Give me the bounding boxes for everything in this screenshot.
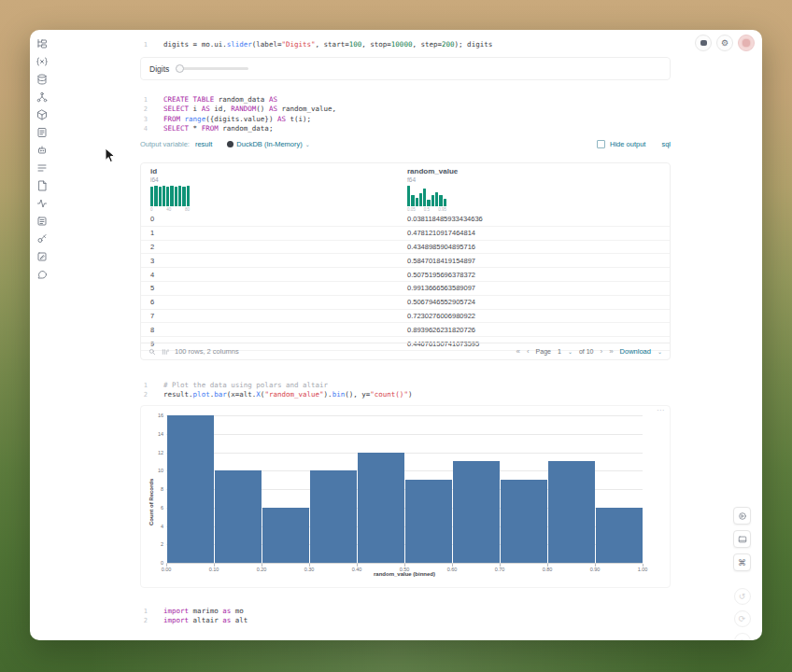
histogram-bar[interactable] [548,461,595,563]
code-line[interactable]: 1import marimo as mo [123,607,248,616]
histogram-bar[interactable] [405,480,452,563]
histogram-bar[interactable] [262,508,309,563]
table-row[interactable]: 00.038118485933434636 [141,213,670,227]
engine-label: DuckDB (In-Memory) [236,140,302,148]
hist-tick-label: 0.95 [438,207,446,212]
dependency-graph-icon[interactable] [35,91,50,103]
table-row[interactable]: 30.5847018419154897 [141,254,670,268]
imports-code-cell[interactable]: 1import marimo as mo2import altair as al… [123,607,248,626]
search-icon[interactable] [148,348,156,356]
packages-icon[interactable] [35,108,50,120]
slider-track[interactable] [176,67,248,70]
slider-thumb[interactable] [176,64,184,73]
sql-table-output: id i64 04080 random_value f64 0.050.50.9… [140,162,671,360]
cell-random-value: 0.5075195696378372 [407,271,670,279]
cell-id: 5 [141,284,407,292]
download-button[interactable]: Download [620,347,651,356]
datasources-icon[interactable] [35,73,50,85]
logs-icon[interactable] [35,161,50,174]
rerun-button[interactable]: ⟳ [734,610,751,627]
documentation-icon[interactable] [35,179,50,191]
first-page-button[interactable]: « [516,347,519,356]
column-header-id[interactable]: id i64 04080 [150,167,190,212]
table-row[interactable]: 70.7230276006980922 [141,310,670,324]
engine-select[interactable]: DuckDB (In-Memory) ⌄ [227,140,309,148]
histogram-bar[interactable] [596,508,643,563]
hist-bar [163,186,165,206]
chart-actions-menu[interactable]: ⋯ [657,406,664,414]
hist-bar [166,187,169,206]
gridline [166,453,643,454]
cell-language-badge[interactable]: sql [661,140,671,148]
ai-chat-icon[interactable] [35,144,50,156]
page-chevron-down-icon[interactable]: ⌄ [568,348,573,355]
hide-output-label[interactable]: Hide output [610,140,645,148]
histogram-bar[interactable] [358,453,404,564]
gridline [166,415,643,416]
hist-bar [154,186,157,206]
code-line[interactable]: 2import altair as alt [123,616,248,625]
table-row[interactable]: 80.8939626231820726 [141,323,670,337]
code-line[interactable]: 1digits = mo.ui.slider(label="Digits", s… [123,40,492,49]
page-select[interactable]: 1 [558,348,561,355]
snippets-icon[interactable] [35,250,50,262]
y-tick-label: 10 [145,468,163,473]
extra-action-button[interactable]: ○ [734,633,751,640]
settings-gear-button[interactable]: ⚙ [716,35,733,51]
app-view-toggle-button[interactable] [733,507,751,525]
histogram-bar[interactable] [215,470,262,563]
histogram-bar[interactable] [453,461,500,563]
circle-play-icon [738,511,747,521]
plot-code-cell[interactable]: 1# Plot the data using polars and altair… [123,381,412,400]
status-indicator-button[interactable] [738,35,755,51]
line-number: 2 [123,105,148,114]
download-chevron-down-icon[interactable]: ⌄ [658,348,662,355]
terminal-panel-button[interactable] [733,530,751,548]
cell-id: 2 [141,243,407,251]
file-explorer-icon[interactable] [35,37,50,49]
table-row[interactable]: 10.4781210917464814 [141,227,670,241]
helper-panel-rail [30,37,54,280]
code-line[interactable]: 1CREATE TABLE random_data AS [123,95,336,105]
keyboard-shortcuts-button[interactable]: ⌘ [733,553,751,571]
variables-icon[interactable] [35,55,50,67]
undo-button[interactable]: ↺ [734,588,751,605]
columns-icon[interactable] [162,348,169,356]
notebook-menu-button[interactable] [695,35,712,51]
table-row[interactable]: 60.5067946552905724 [141,296,670,310]
outline-icon[interactable] [35,215,50,227]
code-line[interactable]: 1# Plot the data using polars and altair [123,381,412,390]
digits-slider[interactable] [176,64,248,73]
code-line[interactable]: 2SELECT i AS id, RANDOM() AS random_valu… [123,105,336,114]
secrets-icon[interactable] [35,232,50,245]
cell-id: 1 [141,229,407,237]
table-row[interactable]: 50.9913666563589097 [141,282,670,296]
slider-code-cell[interactable]: 1digits = mo.ui.slider(label="Digits", s… [123,40,492,49]
y-tick-label: 16 [145,413,163,418]
sql-code-cell[interactable]: 1CREATE TABLE random_data AS2SELECT i AS… [123,95,336,133]
table-row[interactable]: 40.5075195696378372 [141,268,670,282]
cell-id: 0 [141,215,407,223]
cell-id: 3 [141,257,407,265]
tracing-icon[interactable] [35,197,50,209]
feedback-icon[interactable] [35,268,50,280]
x-tick-label: 0.50 [393,567,416,572]
hide-output-checkbox[interactable] [597,140,605,148]
code-line[interactable]: 3FROM range({digits.value}) AS t(i); [123,115,336,124]
histogram-bar[interactable] [501,480,547,563]
last-page-button[interactable]: » [609,347,613,356]
prev-page-button[interactable]: ‹ [527,347,530,356]
output-variable-value[interactable]: result [195,140,212,148]
next-page-button[interactable]: › [600,347,602,356]
notebook-top-controls: ⚙ [695,35,755,51]
scratchpad-icon[interactable] [35,126,50,138]
histogram-bar[interactable] [310,470,357,563]
hist-tick-label: 0.5 [424,207,430,212]
code-line[interactable]: 2result.plot.bar(x=alt.X("random_value")… [123,390,412,399]
id-hist-ticks: 04080 [150,207,190,212]
table-row[interactable]: 20.4348985904895716 [141,241,670,255]
code-line[interactable]: 4SELECT * FROM random_data; [123,124,336,133]
row-count-summary: 100 rows, 2 columns [175,347,239,356]
column-header-random-value[interactable]: random_value f64 0.050.50.95 [407,167,458,212]
histogram-bar[interactable] [167,415,214,563]
